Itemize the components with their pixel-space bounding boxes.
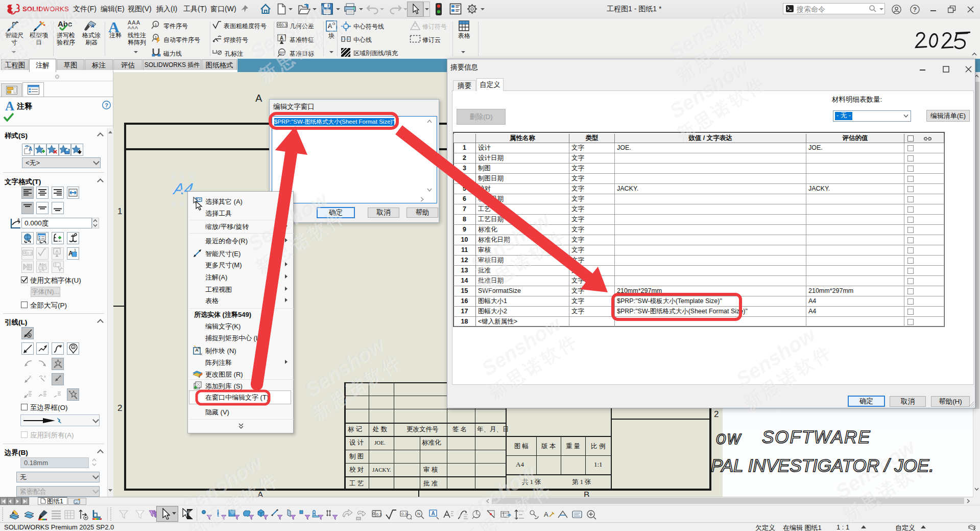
svg-text:A: A xyxy=(431,511,435,516)
svg-text:0.3: 0.3 xyxy=(376,512,383,517)
svg-text:x: x xyxy=(44,375,46,379)
svg-text:A: A xyxy=(280,35,283,41)
svg-text:Abc: Abc xyxy=(39,262,47,267)
svg-text:x: x xyxy=(59,374,61,378)
svg-text:A: A xyxy=(29,146,32,152)
svg-text:N: N xyxy=(417,512,420,516)
svg-text:0.3: 0.3 xyxy=(281,22,288,28)
svg-text:0.3: 0.3 xyxy=(401,512,408,516)
svg-text:x: x xyxy=(29,375,31,379)
svg-text:A: A xyxy=(90,24,94,29)
svg-text:0.3: 0.3 xyxy=(27,251,32,256)
svg-text:x: x xyxy=(60,343,62,348)
svg-text:?: ? xyxy=(105,102,108,108)
svg-text:A1: A1 xyxy=(280,53,284,56)
svg-text:1: 1 xyxy=(74,248,76,252)
svg-text:A: A xyxy=(55,249,59,254)
svg-text:A: A xyxy=(72,346,74,349)
svg-text:?: ? xyxy=(913,6,917,13)
svg-text:A: A xyxy=(328,22,332,30)
svg-text:1: 1 xyxy=(155,22,157,27)
svg-text:ow: ow xyxy=(716,427,742,448)
svg-text:SOFTWARE: SOFTWARE xyxy=(762,427,871,447)
svg-text:PAL INVESTIGATOR / JOE.: PAL INVESTIGATOR / JOE. xyxy=(711,455,934,475)
svg-text:A: A xyxy=(17,218,20,221)
svg-text:A: A xyxy=(544,511,548,518)
